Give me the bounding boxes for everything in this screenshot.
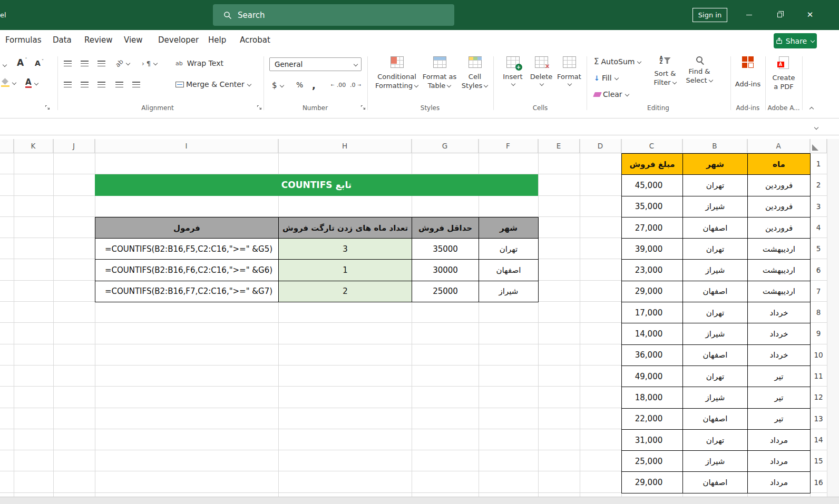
currency-format-button[interactable]: $ <box>272 81 284 90</box>
collapse-ribbon-button[interactable] <box>805 103 817 112</box>
percent-format-button[interactable]: % <box>296 81 303 89</box>
horizontal-scrollbar-area[interactable] <box>0 497 839 504</box>
header-cell-city[interactable]: شهر <box>479 218 539 239</box>
header-cell-formula[interactable]: فرمول <box>95 218 279 239</box>
cell-city[interactable]: اصفهان <box>683 409 748 430</box>
cell-month[interactable]: اردیبهشت <box>748 239 811 260</box>
column-header-partial[interactable] <box>0 139 14 153</box>
column-header-C[interactable]: C <box>621 139 682 153</box>
text-direction-button[interactable]: ›¶ <box>142 60 158 67</box>
cell-amount[interactable]: 25,000 <box>622 451 683 472</box>
cell-amount[interactable]: 22,000 <box>622 409 683 430</box>
column-header-H[interactable]: H <box>278 139 412 153</box>
middle-align-button[interactable] <box>81 61 89 66</box>
column-header-F[interactable]: F <box>479 139 538 153</box>
cell-amount[interactable]: 23,000 <box>622 260 683 281</box>
font-dialog-launcher[interactable] <box>44 104 51 110</box>
increase-decimal-button[interactable]: ←.00 <box>331 82 346 88</box>
cell-month[interactable]: فروردین <box>748 218 811 239</box>
cell-city[interactable]: شیراز <box>683 323 748 344</box>
row-header-8[interactable]: 8 <box>810 302 827 323</box>
column-header-D[interactable]: D <box>580 139 621 153</box>
tab-review[interactable]: Review <box>84 35 113 45</box>
cell-amount[interactable]: 49,000 <box>622 366 683 387</box>
cell-month[interactable]: تیر <box>748 409 811 430</box>
cell-month[interactable]: خرداد <box>748 302 811 323</box>
cell-city[interactable]: اصفهان <box>683 472 748 493</box>
align-right-button[interactable] <box>97 82 105 87</box>
tab-formulas[interactable]: Formulas <box>5 35 41 45</box>
cell-month[interactable]: اردیبهشت <box>748 260 811 281</box>
decrease-indent-button[interactable] <box>115 82 123 87</box>
cell-city[interactable]: اصفهان <box>683 345 748 366</box>
cell-amount[interactable]: 39,000 <box>622 239 683 260</box>
restore-button[interactable] <box>767 0 792 30</box>
select-all-corner[interactable] <box>810 139 827 153</box>
row-header-2[interactable]: 2 <box>810 174 827 195</box>
find-select-button[interactable]: Find & Select <box>682 53 716 115</box>
format-cells-button[interactable]: Format <box>555 53 583 115</box>
countifs-title-cell[interactable]: تابع COUNTIFS <box>95 174 538 195</box>
minimize-button[interactable] <box>737 0 761 30</box>
fill-color-button[interactable] <box>1 78 16 87</box>
cell-city[interactable]: شیراز <box>479 281 539 302</box>
cell-city[interactable]: اصفهان <box>683 281 748 302</box>
decrease-font-size-button[interactable]: Aˇ <box>35 59 44 67</box>
cell-amount[interactable]: 35,000 <box>622 196 683 218</box>
column-header-B[interactable]: B <box>682 139 747 153</box>
cell-formula[interactable]: =COUNTIFS(B2:B16,F6,C2:C16,">=" &G6) <box>95 260 279 281</box>
row-header-14[interactable]: 14 <box>810 429 827 450</box>
cell-month[interactable]: مرداد <box>748 451 811 472</box>
comma-format-button[interactable]: , <box>312 80 316 91</box>
column-header-J[interactable]: J <box>53 139 95 153</box>
cell-city[interactable]: اصفهان <box>683 218 748 239</box>
wrap-text-button[interactable]: abWrap Text <box>175 59 223 67</box>
decrease-decimal-button[interactable]: .0→ <box>350 82 361 88</box>
cell-month[interactable]: خرداد <box>748 345 811 366</box>
cell-month[interactable]: فروردین <box>748 196 811 218</box>
chevron-down-icon[interactable] <box>2 63 7 67</box>
tab-developer[interactable]: Developer <box>158 35 199 45</box>
column-header-K[interactable]: K <box>14 139 53 153</box>
cell-formula[interactable]: =COUNTIFS(B2:B16,F7,C2:C16,">=" &G7) <box>95 281 279 302</box>
row-header-7[interactable]: 7 <box>810 281 827 302</box>
row-header-9[interactable]: 9 <box>810 323 827 344</box>
cell-amount[interactable]: 45,000 <box>622 175 683 196</box>
row-header-16[interactable]: 16 <box>810 472 827 493</box>
row-header-4[interactable]: 4 <box>810 217 827 238</box>
align-left-button[interactable] <box>64 82 72 87</box>
header-cell-target-months[interactable]: تعداد ماه های زدن تارگت فروش <box>279 218 412 239</box>
column-header-G[interactable]: G <box>412 139 479 153</box>
cell-city[interactable]: تهران <box>683 430 748 451</box>
header-cell-amount[interactable]: مبلغ فروش <box>622 154 683 175</box>
cell-result[interactable]: 2 <box>279 281 412 302</box>
formula-bar-expand-button[interactable] <box>811 123 821 132</box>
column-header-A[interactable]: A <box>747 139 810 153</box>
cell-result[interactable]: 1 <box>279 260 412 281</box>
cell-month[interactable]: مرداد <box>748 472 811 493</box>
column-header-E[interactable]: E <box>538 139 580 153</box>
cell-city[interactable]: تهران <box>683 302 748 323</box>
cell-month[interactable]: خرداد <box>748 323 811 344</box>
cell-amount[interactable]: 17,000 <box>622 302 683 323</box>
cell-amount[interactable]: 14,000 <box>622 323 683 344</box>
orientation-button[interactable]: ab <box>115 60 130 67</box>
cell-city[interactable]: شیراز <box>683 196 748 218</box>
row-header-1[interactable]: 1 <box>810 153 827 174</box>
cell-city[interactable]: تهران <box>683 239 748 260</box>
cell-min-sales[interactable]: 30000 <box>412 260 479 281</box>
cell-amount[interactable]: 27,000 <box>622 218 683 239</box>
cell-amount[interactable]: 36,000 <box>622 345 683 366</box>
cell-styles-button[interactable]: Cell Styles <box>460 53 490 115</box>
row-header-10[interactable]: 10 <box>810 344 827 365</box>
row-header-5[interactable]: 5 <box>810 238 827 259</box>
alignment-dialog-launcher[interactable] <box>256 104 262 110</box>
bottom-align-button[interactable] <box>97 61 105 66</box>
cell-city[interactable]: تهران <box>683 366 748 387</box>
row-header-11[interactable]: 11 <box>810 365 827 387</box>
header-cell-min-sales[interactable]: حداقل فروش <box>412 218 479 239</box>
share-button[interactable]: Share <box>774 33 817 48</box>
cell-city[interactable]: اصفهان <box>479 260 539 281</box>
cell-city[interactable]: تهران <box>479 239 539 260</box>
cell-min-sales[interactable]: 35000 <box>412 239 479 260</box>
